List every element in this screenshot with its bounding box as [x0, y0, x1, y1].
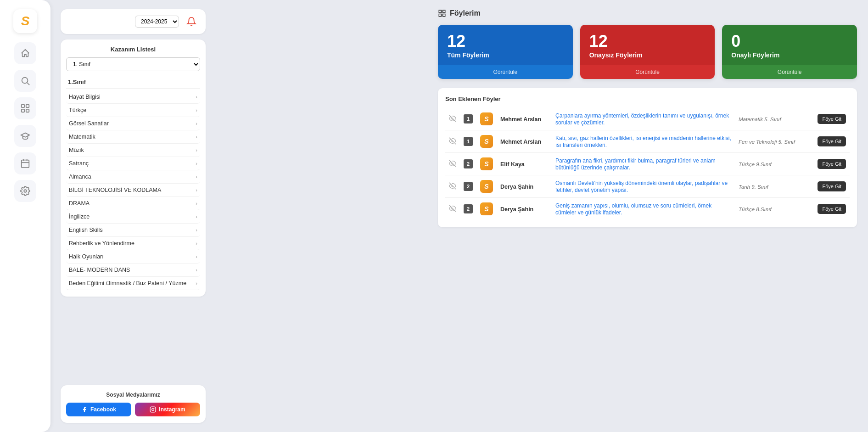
menu-item-label: BİLGİ TEKNOLOJİSİ VE KODLAMA	[69, 187, 161, 193]
menu-item-label: Satranç	[69, 160, 89, 167]
num-cell: 2	[460, 175, 476, 198]
menu-item[interactable]: BALE- MODERN DANS›	[66, 264, 200, 277]
sinif-select[interactable]: 1. Sınıf 2. Sınıf	[66, 57, 200, 71]
goto-btn[interactable]: Föye Git	[818, 204, 846, 214]
menu-item[interactable]: Rehberlik ve Yönlendirme›	[66, 237, 200, 250]
settings-icon	[20, 186, 30, 196]
svg-rect-15	[443, 10, 445, 12]
logo-cell: S	[476, 130, 497, 153]
desc-cell[interactable]: Osmanlı Devleti'nin yükseliş dönemindeki…	[552, 175, 735, 198]
foy-desc[interactable]: Geniş zamanın yapısı, olumlu, olumsuz ve…	[555, 202, 711, 216]
sidebar-grid-btn[interactable]	[14, 97, 36, 119]
graduation-icon	[20, 131, 30, 141]
goto-btn[interactable]: Föye Git	[818, 159, 846, 169]
instagram-label: Instagram	[159, 406, 185, 413]
svg-point-0	[22, 78, 28, 84]
foy-tbody: 1 S Mehmet Arslan Çarpanlara ayırma yönt…	[445, 108, 850, 220]
desc-cell[interactable]: Paragrafın ana fikri, yardımcı fikir bul…	[552, 153, 735, 175]
desc-cell[interactable]: Çarpanlara ayırma yöntemleri, özdeşlikle…	[552, 108, 735, 130]
menu-item[interactable]: Almanca›	[66, 170, 200, 184]
approved-foy-label: Onaylı Föylerim	[731, 51, 848, 59]
menu-item[interactable]: DRAMA›	[66, 197, 200, 210]
unapproved-foy-number: 12	[589, 33, 706, 50]
menu-item[interactable]: İngilizce›	[66, 210, 200, 224]
sidebar: S	[0, 0, 50, 432]
menu-item[interactable]: Halk Oyunları›	[66, 250, 200, 264]
app-logo-icon: S	[21, 14, 30, 28]
num-badge: 1	[464, 137, 473, 146]
unapproved-foy-action[interactable]: Görüntüle	[580, 65, 715, 79]
chevron-icon: ›	[196, 281, 197, 286]
sidebar-calendar-btn[interactable]	[14, 152, 36, 174]
foy-desc[interactable]: Paragrafın ana fikri, yardımcı fikir bul…	[555, 157, 716, 171]
menu-item[interactable]: Türkçe›	[66, 104, 200, 117]
kazanim-title: Kazanım Listesi	[66, 46, 200, 53]
action-cell: Föye Git	[813, 175, 850, 198]
chevron-icon: ›	[196, 121, 197, 126]
desc-cell[interactable]: Katı, sıvı, gaz hallerin özellikleri, ıs…	[552, 130, 735, 153]
visibility-cell	[445, 153, 460, 175]
num-badge: 2	[464, 159, 473, 168]
menu-item[interactable]: English Skills›	[66, 224, 200, 237]
subject-cell: Tarih 9. Sınıf	[735, 175, 813, 198]
foy-logo: S	[480, 157, 493, 170]
menu-item[interactable]: Hayat Bilgisi›	[66, 90, 200, 104]
sidebar-home-btn[interactable]	[14, 42, 36, 64]
menu-item[interactable]: Müzik›	[66, 144, 200, 157]
calendar-icon	[20, 158, 30, 168]
chevron-icon: ›	[196, 147, 197, 153]
total-foy-label: Tüm Föylerim	[447, 51, 564, 59]
sidebar-logo: S	[13, 9, 37, 33]
svg-rect-5	[26, 109, 29, 112]
foy-page-title: Föylerim	[438, 9, 857, 17]
year-select[interactable]: 2024-2025 2023-2024	[135, 16, 179, 28]
chevron-icon: ›	[196, 94, 197, 100]
menu-item[interactable]: Beden Eğitimi /Jimnastik / Buz Pateni / …	[66, 277, 200, 290]
visibility-cell	[445, 130, 460, 153]
teacher-cell: Derya Şahin	[497, 175, 552, 198]
teacher-cell: Elif Kaya	[497, 153, 552, 175]
menu-item[interactable]: Matematik›	[66, 130, 200, 144]
sidebar-graduation-btn[interactable]	[14, 125, 36, 147]
menu-item[interactable]: Görsel Sanatlar›	[66, 117, 200, 130]
approved-foy-action[interactable]: Görüntüle	[722, 65, 857, 79]
menu-item-label: Rehberlik ve Yönlendirme	[69, 240, 134, 247]
chevron-icon: ›	[196, 187, 197, 193]
goto-btn[interactable]: Föye Git	[818, 181, 846, 191]
goto-btn[interactable]: Föye Git	[818, 114, 846, 124]
menu-item-label: Beden Eğitimi /Jimnastik / Buz Pateni / …	[69, 280, 186, 286]
table-row: 2 S Derya Şahin Geniş zamanın yapısı, ol…	[445, 198, 850, 220]
subject-cell: Türkçe 8.Sınıf	[735, 198, 813, 220]
facebook-btn[interactable]: Facebook	[66, 403, 131, 416]
table-row: 1 S Mehmet Arslan Çarpanlara ayırma yönt…	[445, 108, 850, 130]
sidebar-settings-btn[interactable]	[14, 180, 36, 202]
chevron-icon: ›	[196, 227, 197, 233]
notification-bell-btn[interactable]	[184, 14, 199, 29]
sidebar-search-btn[interactable]	[14, 70, 36, 92]
eye-off-icon	[449, 182, 456, 190]
menu-item-label: İngilizce	[69, 213, 90, 220]
num-badge: 1	[464, 114, 473, 123]
svg-rect-11	[150, 407, 156, 412]
goto-btn[interactable]: Föye Git	[818, 136, 846, 146]
eye-off-icon	[449, 205, 456, 212]
facebook-icon	[81, 406, 88, 413]
foy-desc[interactable]: Osmanlı Devleti'nin yükseliş dönemindeki…	[555, 180, 728, 193]
menu-item[interactable]: Satranç›	[66, 157, 200, 170]
logo-cell: S	[476, 153, 497, 175]
foy-desc[interactable]: Katı, sıvı, gaz hallerin özellikleri, ıs…	[555, 135, 731, 148]
total-foy-action[interactable]: Görüntüle	[438, 65, 573, 79]
foy-table: 1 S Mehmet Arslan Çarpanlara ayırma yönt…	[445, 108, 850, 220]
visibility-cell	[445, 175, 460, 198]
foy-desc[interactable]: Çarpanlara ayırma yöntemleri, özdeşlikle…	[555, 112, 729, 126]
menu-item-label: Hayat Bilgisi	[69, 94, 101, 100]
foy-title-icon	[438, 9, 446, 17]
menu-item-label: English Skills	[69, 227, 103, 233]
desc-cell[interactable]: Geniş zamanın yapısı, olumlu, olumsuz ve…	[552, 198, 735, 220]
num-cell: 1	[460, 130, 476, 153]
table-row: 1 S Mehmet Arslan Katı, sıvı, gaz haller…	[445, 130, 850, 153]
subject-label: Türkçe 8.Sınıf	[739, 207, 772, 212]
menu-item[interactable]: BİLGİ TEKNOLOJİSİ VE KODLAMA›	[66, 184, 200, 197]
instagram-btn[interactable]: Instagram	[135, 403, 200, 416]
chevron-icon: ›	[196, 107, 197, 113]
